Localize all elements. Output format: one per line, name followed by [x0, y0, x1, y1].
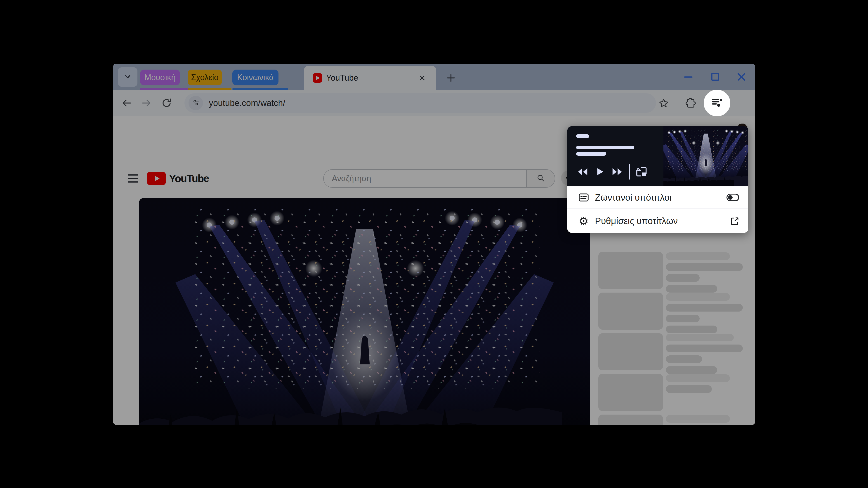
dim-overlay: [113, 64, 755, 425]
picture-in-picture-button[interactable]: [634, 164, 648, 179]
live-captions-row[interactable]: Ζωντανοί υπότιτλοι: [567, 186, 748, 209]
media-controls-button[interactable]: [704, 90, 730, 116]
caption-settings-label: Ρυθμίσεις υποτίτλων: [595, 216, 678, 226]
play-button[interactable]: [593, 164, 607, 179]
open-in-new-icon: [730, 216, 740, 226]
playlist-music-icon: [710, 96, 723, 110]
gear-icon: ⚙: [578, 216, 590, 227]
browser-window: Μουσική Σχολείο Κοινωνικά YouTube: [113, 64, 755, 425]
controls-divider: [629, 164, 630, 180]
next-track-button[interactable]: [610, 164, 624, 179]
media-controls-popup: Ζωντανοί υπότιτλοι ⚙ Ρυθμίσεις υποτίτλων: [567, 126, 748, 233]
media-title-placeholder: [576, 134, 589, 138]
media-artwork: [663, 126, 748, 186]
media-text-placeholder-short: [576, 152, 606, 156]
caption-settings-row[interactable]: ⚙ Ρυθμίσεις υποτίτλων: [567, 209, 748, 233]
previous-track-button[interactable]: [576, 164, 590, 179]
media-text-placeholder-long: [576, 146, 634, 149]
live-captions-label: Ζωντανοί υπότιτλοι: [595, 193, 671, 203]
concert-artwork-image: [663, 126, 748, 186]
media-session-card: [567, 126, 748, 186]
live-captions-toggle[interactable]: [726, 194, 739, 201]
captions-icon: [578, 192, 590, 203]
